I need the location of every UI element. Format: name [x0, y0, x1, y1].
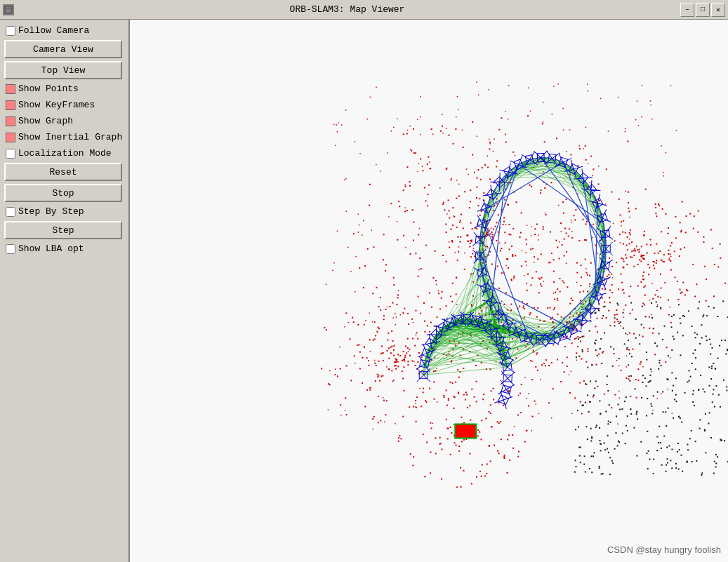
main-layout: Follow Camera Camera View Top View Show …	[0, 20, 728, 562]
show-inertial-graph-row[interactable]: Show Inertial Graph	[4, 131, 124, 144]
show-keyframes-row[interactable]: Show KeyFrames	[4, 98, 124, 112]
show-graph-label[interactable]: Show Graph	[18, 116, 73, 126]
step-by-step-checkbox[interactable]	[6, 207, 15, 217]
show-inertial-graph-label[interactable]: Show Inertial Graph	[18, 132, 122, 142]
show-inertial-graph-checkbox[interactable]	[6, 133, 15, 142]
step-by-step-row[interactable]: Step By Step	[4, 205, 124, 218]
follow-camera-checkbox[interactable]	[6, 26, 15, 36]
show-graph-checkbox[interactable]	[6, 116, 15, 126]
step-by-step-label[interactable]: Step By Step	[18, 206, 84, 217]
show-lba-opt-row[interactable]: Show LBA opt	[4, 242, 124, 255]
reset-button[interactable]: Reset	[4, 163, 122, 181]
slam-canvas	[130, 20, 728, 562]
show-points-checkbox[interactable]	[6, 84, 15, 94]
close-button[interactable]: ✕	[711, 3, 725, 17]
show-lba-opt-checkbox[interactable]	[6, 244, 15, 254]
top-view-button[interactable]: Top View	[4, 61, 122, 79]
maximize-button[interactable]: □	[696, 3, 710, 17]
show-keyframes-checkbox[interactable]	[6, 100, 15, 110]
window-controls: – □ ✕	[680, 3, 725, 17]
follow-camera-row[interactable]: Follow Camera	[4, 24, 124, 37]
window-title: ORB-SLAM3: Map Viewer	[14, 4, 680, 15]
localization-mode-label[interactable]: Localization Mode	[18, 148, 112, 159]
follow-camera-label[interactable]: Follow Camera	[18, 25, 89, 36]
show-graph-row[interactable]: Show Graph	[4, 114, 124, 128]
window-icon	[3, 4, 14, 15]
show-points-label[interactable]: Show Points	[18, 83, 79, 94]
svg-rect-0	[5, 6, 12, 13]
show-points-row[interactable]: Show Points	[4, 82, 124, 95]
titlebar: ORB-SLAM3: Map Viewer – □ ✕	[0, 0, 728, 20]
sidebar: Follow Camera Camera View Top View Show …	[0, 20, 130, 562]
localization-mode-row[interactable]: Localization Mode	[4, 147, 124, 160]
localization-mode-checkbox[interactable]	[6, 149, 15, 159]
camera-view-button[interactable]: Camera View	[4, 40, 122, 58]
show-lba-opt-label[interactable]: Show LBA opt	[18, 243, 84, 254]
show-keyframes-label[interactable]: Show KeyFrames	[18, 100, 95, 110]
watermark: CSDN @stay hungry foolish	[607, 544, 721, 555]
map-viewer[interactable]: CSDN @stay hungry foolish	[130, 20, 728, 562]
step-button[interactable]: Step	[4, 221, 122, 239]
minimize-button[interactable]: –	[680, 3, 694, 17]
stop-button[interactable]: Stop	[4, 184, 122, 202]
